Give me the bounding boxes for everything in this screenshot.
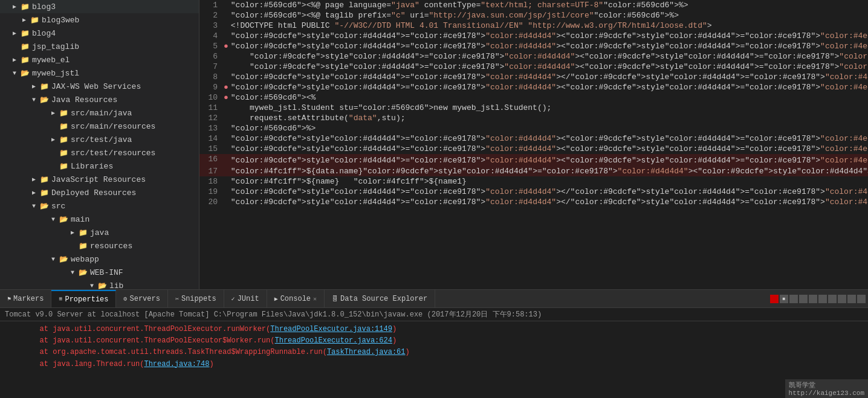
sidebar-item-deployed-resources[interactable]: ▶📁Deployed Resources xyxy=(0,186,199,199)
sidebar-item-java-resources[interactable]: ▼📂Java Resources xyxy=(0,93,199,106)
sidebar-item-web-inf[interactable]: ▼📂WEB-INF xyxy=(0,266,199,279)
line-content-18: "color:#4fc1ff">${name} "color:#4fc1ff">… xyxy=(228,176,868,187)
console-output: at java.util.concurrent.ThreadPoolExecut… xyxy=(0,321,868,398)
tab-label-markers: Markers xyxy=(13,295,44,303)
console-btn8[interactable] xyxy=(838,295,846,303)
sidebar-item-src-main-java[interactable]: ▶📁src/main/java xyxy=(0,106,199,120)
console-btn4[interactable] xyxy=(799,295,808,303)
tab-properties[interactable]: ≡Properties xyxy=(51,290,116,307)
sidebar-item-src[interactable]: ▼📂src xyxy=(0,199,199,213)
code-line-8: 8"color:#9cdcfe">style"color:#d4d4d4">="… xyxy=(199,72,868,82)
line-number-7: 7 xyxy=(199,62,224,72)
sidebar-label-jsp_taglib: jsp_taglib xyxy=(32,42,79,51)
sidebar-item-jax-ws[interactable]: ▶📁JAX-WS Web Services xyxy=(0,80,199,93)
tab-console[interactable]: ▶Console ✕ xyxy=(267,290,325,307)
code-line-15: 15"color:#9cdcfe">style"color:#d4d4d4">=… xyxy=(199,144,868,154)
sidebar-label-lib: lib xyxy=(109,281,123,290)
sidebar-item-main[interactable]: ▼📂main xyxy=(0,213,199,226)
tree-icon-blog3web: 📁 xyxy=(29,16,40,25)
console-link[interactable]: ThreadPoolExecutor.java:1149 xyxy=(270,325,392,333)
line-bullet-17 xyxy=(224,166,228,176)
line-number-17: 17 xyxy=(199,166,224,176)
sidebar-item-src-main-resources[interactable]: 📁src/main/resources xyxy=(0,120,199,133)
tab-label-properties: Properties xyxy=(65,295,108,304)
line-content-12: request.setAttribute("data",stu); xyxy=(228,113,868,123)
console-btn5[interactable] xyxy=(809,295,817,303)
tree-arrow-myweb_jstl: ▼ xyxy=(10,70,19,77)
sidebar-item-resources[interactable]: 📁resources xyxy=(0,239,199,252)
line-content-14: "color:#9cdcfe">style"color:#d4d4d4">="c… xyxy=(228,133,868,144)
console-line: at java.util.concurrent.ThreadPoolExecut… xyxy=(5,335,863,347)
sidebar-item-src-test-java[interactable]: ▶📁src/test/java xyxy=(0,133,199,146)
tree-arrow-java: ▶ xyxy=(68,229,77,236)
line-content-8: "color:#9cdcfe">style"color:#d4d4d4">="c… xyxy=(228,72,868,82)
line-content-16: "color:#9cdcfe">style"color:#d4d4d4">="c… xyxy=(228,154,868,166)
sidebar-label-src-test-java: src/test/java xyxy=(71,135,132,144)
tree-icon-javascript-resources: 📁 xyxy=(39,175,50,184)
sidebar-item-myweb_jstl[interactable]: ▼📂myweb_jstl xyxy=(0,66,199,80)
tab-datasource[interactable]: 🗄Data Source Explorer xyxy=(325,290,435,307)
sidebar-item-myweb_el[interactable]: ▶📁myweb_el xyxy=(0,53,199,66)
line-content-10: "color:#569cd6"><% xyxy=(228,92,868,103)
tab-markers[interactable]: ⚑Markers xyxy=(0,290,51,307)
console-btn6[interactable] xyxy=(818,295,827,303)
tree-arrow-web-inf: ▼ xyxy=(68,269,77,276)
code-line-17: 17"color:#4fc1ff">${data.name}"color:#9c… xyxy=(199,166,868,176)
line-bullet-14 xyxy=(224,133,228,144)
console-stop-icon[interactable]: ■ xyxy=(780,295,788,303)
sidebar-item-libraries[interactable]: 📁Libraries xyxy=(0,159,199,173)
line-bullet-10: ● xyxy=(224,92,228,103)
sidebar-item-src-test-resources[interactable]: 📁src/test/resources xyxy=(0,146,199,159)
line-bullet-13 xyxy=(224,123,228,133)
line-bullet-19 xyxy=(224,187,228,197)
console-btn10[interactable] xyxy=(857,295,866,303)
tree-icon-blog3: 📁 xyxy=(19,2,30,11)
console-clear-icon[interactable] xyxy=(770,295,779,303)
tree-icon-src-test-resources: 📁 xyxy=(58,149,69,158)
code-line-13: 13"color:#569cd6">%> xyxy=(199,123,868,133)
sidebar-item-lib[interactable]: ▼📂lib xyxy=(0,279,199,289)
console-link[interactable]: Thread.java:748 xyxy=(144,360,209,368)
console-btn3[interactable] xyxy=(789,295,798,303)
tree-icon-myweb_el: 📁 xyxy=(19,56,30,65)
bottom-panel: ⚑Markers≡Properties⚙Servers✂Snippets✓JUn… xyxy=(0,289,868,398)
tree-arrow-webapp: ▼ xyxy=(48,256,58,263)
sidebar-item-jsp_taglib[interactable]: 📁jsp_taglib xyxy=(0,40,199,53)
code-editor[interactable]: 1"color:#569cd6"><%@ page language="java… xyxy=(199,0,868,289)
tab-label-datasource: Data Source Explorer xyxy=(340,295,427,303)
sidebar: ▶📁blog3▶📁blog3web▶📁blog4📁jsp_taglib▶📁myw… xyxy=(0,0,199,289)
console-close-icon[interactable]: ✕ xyxy=(313,295,317,303)
sidebar-item-webapp[interactable]: ▼📂webapp xyxy=(0,252,199,266)
line-bullet-3 xyxy=(224,21,228,31)
sidebar-item-javascript-resources[interactable]: ▶📁JavaScript Resources xyxy=(0,173,199,186)
tree-arrow-deployed-resources: ▶ xyxy=(29,189,39,196)
tree-icon-src-main-java: 📁 xyxy=(58,109,69,118)
tree-icon-jax-ws: 📁 xyxy=(39,82,50,91)
console-link[interactable]: ThreadPoolExecutor.java:624 xyxy=(274,336,392,345)
code-line-2: 2"color:#569cd6"><%@ taglib prefix="c" u… xyxy=(199,10,868,21)
line-content-4: "color:#9cdcfe">style"color:#d4d4d4">="c… xyxy=(228,31,868,41)
tab-label-servers: Servers xyxy=(130,295,160,303)
tab-snippets[interactable]: ✂Snippets xyxy=(168,290,224,307)
tree-icon-lib: 📂 xyxy=(97,281,108,290)
sidebar-label-src-test-resources: src/test/resources xyxy=(71,149,155,158)
sidebar-item-blog4[interactable]: ▶📁blog4 xyxy=(0,27,199,40)
console-btn9[interactable] xyxy=(847,295,856,303)
sidebar-item-blog3[interactable]: ▶📁blog3 xyxy=(0,0,199,13)
console-line: at java.lang.Thread.run(Thread.java:748) xyxy=(5,359,863,370)
sidebar-label-blog3: blog3 xyxy=(32,2,56,11)
line-number-10: 10 xyxy=(199,92,224,103)
tab-servers[interactable]: ⚙Servers xyxy=(116,290,167,307)
console-btn7[interactable] xyxy=(828,295,837,303)
sidebar-item-java[interactable]: ▶📁java xyxy=(0,226,199,239)
tab-icon-properties: ≡ xyxy=(59,296,62,303)
sidebar-item-blog3web[interactable]: ▶📁blog3web xyxy=(0,13,199,27)
main-area: ▶📁blog3▶📁blog3web▶📁blog4📁jsp_taglib▶📁myw… xyxy=(0,0,868,289)
line-bullet-2 xyxy=(224,10,228,21)
console-link[interactable]: TaskThread.java:61 xyxy=(327,348,406,356)
line-content-3: <!DOCTYPE html PUBLIC "-//W3C//DTD HTML … xyxy=(228,21,868,31)
line-content-15: "color:#9cdcfe">style"color:#d4d4d4">="c… xyxy=(228,144,868,154)
tab-junit[interactable]: ✓JUnit xyxy=(224,290,267,307)
code-line-9: 9●"color:#9cdcfe">style"color:#d4d4d4">=… xyxy=(199,82,868,92)
line-content-6: "color:#9cdcfe">style"color:#d4d4d4">="c… xyxy=(228,51,868,62)
